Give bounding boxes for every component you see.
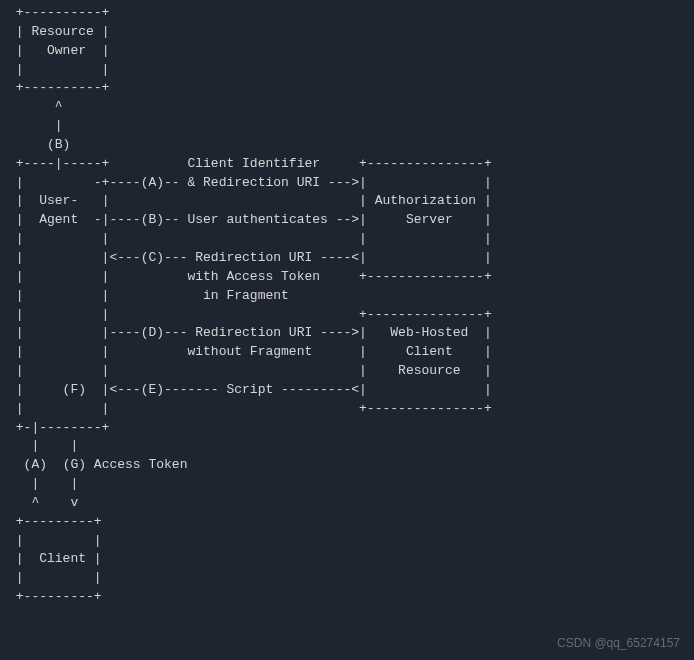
box-user-agent-l1: User- <box>39 193 78 208</box>
label-user-authenticates: User authenticates <box>187 212 327 227</box>
step-b-top: (B) <box>47 137 70 152</box>
watermark: CSDN @qq_65274157 <box>557 635 680 652</box>
box-web-hosted-l2: Client <box>406 344 453 359</box>
step-e: (E) <box>141 382 164 397</box>
label-client-identifier: Client Identifier <box>187 156 320 171</box>
step-f: (F) <box>63 382 86 397</box>
box-web-hosted-l1: Web-Hosted <box>390 325 468 340</box>
step-c: (C) <box>141 250 164 265</box>
label-with-access-token: with Access Token <box>187 269 320 284</box>
step-d: (D) <box>141 325 164 340</box>
label-without-fragment: without Fragment <box>187 344 312 359</box>
box-auth-server-l1: Authorization <box>375 193 476 208</box>
step-a: (A) <box>141 175 164 190</box>
box-auth-server-l2: Server <box>406 212 453 227</box>
box-client: Client <box>39 551 86 566</box>
box-resource-owner-l1: Resource <box>31 24 93 39</box>
label-script: Script <box>226 382 273 397</box>
label-in-fragment: in Fragment <box>203 288 289 303</box>
label-redirection-uri: & Redirection URI <box>187 175 320 190</box>
ascii-diagram: +----------+ | Resource | | Owner | | | … <box>0 0 694 607</box>
step-g: (G) <box>63 457 86 472</box>
step-a-bottom: (A) <box>24 457 47 472</box>
label-access-token: Access Token <box>94 457 188 472</box>
label-redirection-uri-2: Redirection URI <box>195 250 312 265</box>
box-resource-owner-l2: Owner <box>47 43 86 58</box>
box-user-agent-l2: Agent <box>39 212 78 227</box>
step-b: (B) <box>141 212 164 227</box>
label-redirection-uri-3: Redirection URI <box>195 325 312 340</box>
box-web-hosted-l3: Resource <box>398 363 460 378</box>
